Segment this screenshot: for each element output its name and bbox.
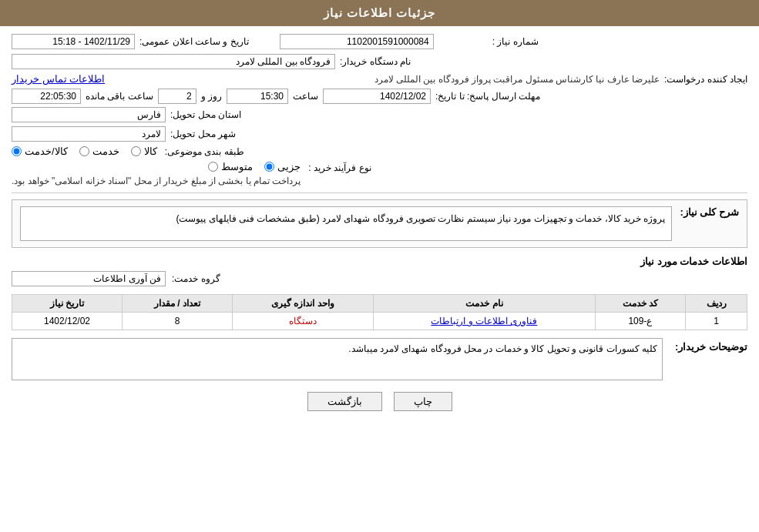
process-jazee-label: جزیی	[277, 161, 301, 172]
buyer-desc-value: کلیه کسورات قانونی و تحویل کالا و خدمات …	[348, 343, 657, 354]
category-label: طبقه بندی موضوعی:	[165, 146, 244, 157]
divider-1	[12, 192, 747, 193]
category-khedmat-label: خدمت	[92, 146, 119, 157]
need-number-input[interactable]	[280, 34, 434, 49]
group-input[interactable]	[12, 271, 166, 286]
group-row: گروه خدمت:	[12, 271, 747, 286]
deadline-days-label: روز و	[201, 91, 222, 102]
buyer-desc-content: کلیه کسورات قانونی و تحویل کالا و خدمات …	[12, 338, 663, 380]
city-input[interactable]	[12, 126, 166, 142]
category-khedmat-item[interactable]: خدمت	[79, 146, 119, 157]
services-section: ردیف کد خدمت نام خدمت واحد اندازه گیری ت…	[12, 294, 747, 330]
deadline-date-input[interactable]	[323, 89, 431, 104]
print-button[interactable]: چاپ	[394, 392, 452, 411]
announce-input[interactable]	[12, 34, 135, 49]
deadline-label: مهلت ارسال پاسخ: تا تاریخ:	[435, 91, 540, 102]
deadline-time-input[interactable]	[227, 89, 288, 104]
category-khedmat-radio[interactable]	[79, 146, 89, 156]
group-label: گروه خدمت:	[172, 273, 220, 284]
category-kala-khedmat-radio[interactable]	[12, 146, 22, 156]
process-note: پرداخت تمام یا بخشی از مبلغ خریدار از مح…	[12, 176, 301, 186]
creator-link[interactable]: اطلاعات تماس خریدار	[12, 73, 105, 85]
deadline-days-input[interactable]	[158, 89, 196, 104]
table-header-row: ردیف کد خدمت نام خدمت واحد اندازه گیری ت…	[12, 295, 747, 313]
process-motavasset-radio[interactable]	[208, 162, 218, 172]
general-desc-value: پروژه خرید کالا، خدمات و تجهیزات مورد نی…	[20, 206, 672, 241]
process-label: نوع فرآیند خرید :	[308, 161, 371, 173]
back-button[interactable]: بازگشت	[307, 392, 382, 411]
province-input[interactable]	[12, 107, 166, 122]
deadline-time-label: ساعت	[293, 91, 318, 102]
category-kala-khedmat-label: کالا/خدمت	[25, 146, 68, 157]
th-count: تعداد / مقدار	[123, 295, 233, 313]
deadline-remain-input[interactable]	[12, 89, 81, 104]
category-kala-item[interactable]: کالا	[131, 146, 157, 157]
services-section-title: اطلاعات خدمات مورد نیاز	[12, 256, 747, 267]
page-container: جزئیات اطلاعات نیاز شماره نیاز : تاریخ و…	[0, 0, 759, 532]
th-date: تاریخ نیاز	[12, 295, 123, 313]
deadline-remain-label: ساعت باقی مانده	[86, 91, 153, 102]
td-row: 1	[686, 313, 747, 330]
td-count: 8	[123, 313, 233, 330]
th-code: کد خدمت	[595, 295, 686, 313]
buyer-desc-label: توضیحات خریدار:	[670, 338, 747, 353]
category-radio-group: کالا خدمت کالا/خدمت	[12, 146, 157, 157]
process-jazee-radio[interactable]	[264, 162, 274, 172]
category-kala-radio[interactable]	[131, 146, 141, 156]
process-motavasset-label: متوسط	[221, 161, 253, 172]
td-unit: دستگاه	[232, 313, 373, 330]
process-jazee-item[interactable]: جزیی	[264, 161, 301, 172]
services-table: ردیف کد خدمت نام خدمت واحد اندازه گیری ت…	[12, 294, 747, 330]
creator-value: علیرضا عارف نیا کارشناس مسئول مراقبت پرو…	[109, 74, 660, 85]
page-header: جزئیات اطلاعات نیاز	[0, 0, 759, 26]
category-kala-khedmat-item[interactable]: کالا/خدمت	[12, 146, 68, 157]
td-code: ع-109	[595, 313, 686, 330]
td-date: 1402/12/02	[12, 313, 123, 330]
category-kala-label: کالا	[144, 146, 157, 157]
td-name[interactable]: فناوری اطلاعات و ارتباطات	[374, 313, 596, 330]
org-name-input[interactable]	[12, 54, 335, 69]
deadline-row: مهلت ارسال پاسخ: تا تاریخ: ساعت روز و سا…	[12, 89, 747, 104]
button-row: چاپ بازگشت	[12, 392, 747, 411]
buyer-desc-section: توضیحات خریدار: کلیه کسورات قانونی و تحو…	[12, 338, 747, 380]
main-content: شماره نیاز : تاریخ و ساعت اعلان عمومی: ن…	[0, 26, 759, 427]
th-unit: واحد اندازه گیری	[232, 295, 373, 313]
general-desc-label: شرح کلی نیاز:	[680, 206, 739, 218]
province-label: استان محل تحویل:	[170, 109, 241, 120]
announce-label: تاریخ و ساعت اعلان عمومی:	[139, 36, 249, 47]
th-name: نام خدمت	[374, 295, 596, 313]
process-motavasset-item[interactable]: متوسط	[208, 161, 253, 172]
need-number-label: شماره نیاز :	[438, 36, 539, 47]
process-radio-group: جزیی متوسط	[12, 161, 301, 172]
creator-label: ایجاد کننده درخواست:	[664, 74, 747, 85]
general-desc-section: شرح کلی نیاز: پروژه خرید کالا، خدمات و ت…	[12, 199, 747, 248]
org-name-label: نام دستگاه خریدار:	[340, 56, 411, 67]
table-row: 1 ع-109 فناوری اطلاعات و ارتباطات دستگاه…	[12, 313, 747, 330]
th-row: ردیف	[686, 295, 747, 313]
city-label: شهر محل تحویل:	[170, 129, 236, 139]
page-title: جزئیات اطلاعات نیاز	[324, 6, 435, 19]
